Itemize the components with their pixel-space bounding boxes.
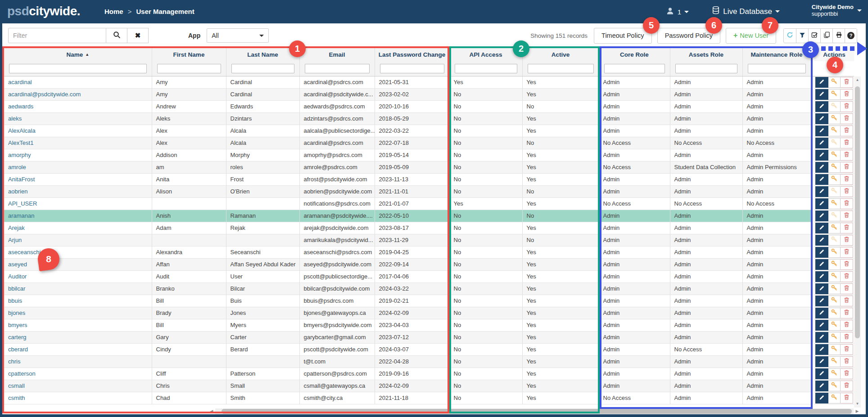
edit-user-button[interactable] — [815, 162, 828, 173]
column-header-last-name[interactable]: Last Name — [226, 48, 299, 61]
user-name-link[interactable]: aseceanschi — [8, 249, 41, 256]
column-header-email[interactable]: Email — [299, 48, 375, 61]
edit-user-button[interactable] — [815, 101, 828, 112]
reset-password-button[interactable] — [828, 198, 841, 209]
column-header-api-access[interactable]: API Access — [449, 48, 522, 61]
user-name-link[interactable]: aseyed — [8, 261, 27, 268]
delete-user-button[interactable] — [841, 308, 853, 318]
column-header-maintenance-role[interactable]: Maintenance Role — [742, 48, 811, 61]
reset-password-button[interactable] — [828, 113, 841, 124]
reset-password-button[interactable] — [828, 356, 841, 367]
edit-user-button[interactable] — [815, 296, 828, 306]
edit-user-button[interactable] — [815, 381, 828, 391]
reset-password-button[interactable] — [828, 271, 841, 282]
reset-password-button[interactable] — [828, 393, 841, 404]
edit-user-button[interactable] — [815, 356, 828, 367]
edit-user-button[interactable] — [815, 235, 828, 246]
reset-password-button[interactable] — [828, 332, 841, 343]
scroll-down-arrow[interactable]: ▼ — [854, 400, 861, 408]
delete-user-button[interactable] — [841, 368, 853, 379]
edit-user-button[interactable] — [815, 320, 828, 331]
edit-columns-button[interactable] — [808, 29, 820, 43]
reset-password-button[interactable] — [828, 162, 841, 173]
user-name-link[interactable]: amorphy — [8, 152, 31, 158]
column-filter-last-password-change[interactable] — [380, 64, 444, 73]
delete-user-button[interactable] — [841, 271, 853, 282]
user-name-link[interactable]: bjones — [8, 309, 25, 316]
user-name-link[interactable]: aramanan — [8, 212, 35, 219]
user-name-link[interactable]: cpatterson — [8, 370, 36, 377]
horizontal-scroll-thumb[interactable] — [222, 409, 852, 414]
database-menu[interactable]: Live Database — [712, 6, 780, 17]
user-name-link[interactable]: acardinal — [8, 79, 32, 85]
edit-user-button[interactable] — [815, 211, 828, 221]
delete-user-button[interactable] — [841, 223, 853, 233]
user-name-link[interactable]: API_USER — [8, 200, 37, 207]
delete-user-button[interactable] — [841, 174, 853, 185]
new-user-button[interactable]: +New User — [726, 28, 776, 44]
user-name-link[interactable]: chris — [8, 358, 20, 365]
reset-password-button[interactable] — [828, 77, 841, 88]
user-name-link[interactable]: csmall — [8, 382, 25, 389]
copy-button[interactable] — [820, 29, 832, 43]
delete-user-button[interactable] — [841, 186, 853, 197]
user-name-link[interactable]: Arejak — [8, 224, 25, 231]
reset-password-button[interactable] — [828, 381, 841, 391]
account-menu[interactable]: Citywide Demo supportbbi — [812, 4, 862, 18]
edit-user-button[interactable] — [815, 198, 828, 209]
user-name-link[interactable]: aleks — [8, 115, 22, 122]
filter-toggle-button[interactable] — [796, 29, 808, 43]
help-button[interactable]: ? — [845, 29, 857, 43]
user-name-link[interactable]: bbilcar — [8, 285, 25, 292]
column-filter-core-role[interactable] — [604, 64, 665, 73]
user-name-link[interactable]: AlexAlcala — [8, 127, 36, 134]
delete-user-button[interactable] — [841, 101, 853, 112]
delete-user-button[interactable] — [841, 320, 853, 331]
reset-password-button[interactable] — [828, 126, 841, 136]
column-header-active[interactable]: Active — [522, 48, 599, 61]
column-header-name[interactable]: Name▲ — [4, 48, 152, 61]
edit-user-button[interactable] — [815, 77, 828, 88]
edit-user-button[interactable] — [815, 150, 828, 161]
reset-password-button[interactable] — [828, 186, 841, 197]
delete-user-button[interactable] — [841, 296, 853, 306]
edit-user-button[interactable] — [815, 174, 828, 185]
breadcrumb-home[interactable]: Home — [104, 8, 123, 15]
edit-user-button[interactable] — [815, 247, 828, 258]
user-name-link[interactable]: csmith — [8, 395, 25, 401]
reset-password-button[interactable] — [828, 174, 841, 185]
horizontal-scrollbar[interactable]: ◀ ▶ — [208, 408, 861, 414]
password-policy-button[interactable]: Password Policy — [657, 28, 720, 44]
delete-user-button[interactable] — [841, 393, 853, 404]
delete-user-button[interactable] — [841, 89, 853, 100]
edit-user-button[interactable] — [815, 393, 828, 404]
user-name-link[interactable]: acardinal@psdcitywide.com — [8, 91, 81, 98]
delete-user-button[interactable] — [841, 259, 853, 270]
delete-user-button[interactable] — [841, 332, 853, 343]
edit-user-button[interactable] — [815, 283, 828, 294]
column-filter-name[interactable] — [9, 64, 147, 73]
delete-user-button[interactable] — [841, 235, 853, 246]
column-header-assets-role[interactable]: Assets Role — [670, 48, 742, 61]
user-sessions-menu[interactable]: 1 — [666, 7, 689, 17]
column-filter-first-name[interactable] — [157, 64, 221, 73]
delete-user-button[interactable] — [841, 247, 853, 258]
reset-password-button[interactable] — [828, 223, 841, 233]
delete-user-button[interactable] — [841, 344, 853, 355]
delete-user-button[interactable] — [841, 283, 853, 294]
reset-password-button[interactable] — [828, 283, 841, 294]
reset-password-button[interactable] — [828, 296, 841, 306]
edit-user-button[interactable] — [815, 138, 828, 148]
user-name-link[interactable]: carterg — [8, 334, 26, 341]
print-button[interactable] — [832, 29, 845, 43]
user-name-link[interactable]: Auditor — [8, 273, 27, 280]
user-name-link[interactable]: bbuis — [8, 297, 22, 304]
column-header-core-role[interactable]: Core Role — [599, 48, 670, 61]
delete-user-button[interactable] — [841, 211, 853, 221]
column-filter-assets-role[interactable] — [675, 64, 737, 73]
scroll-left-arrow[interactable]: ◀ — [208, 409, 215, 413]
delete-user-button[interactable] — [841, 138, 853, 148]
scroll-right-arrow[interactable]: ▶ — [854, 409, 861, 413]
timeout-policy-button[interactable]: Timeout Policy — [594, 28, 652, 44]
user-name-link[interactable]: AlexTest1 — [8, 139, 33, 146]
